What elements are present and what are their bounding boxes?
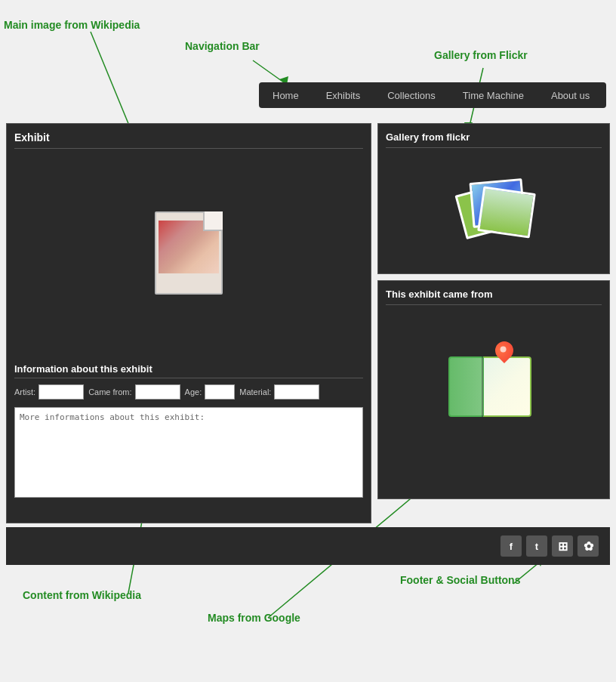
- gallery-content: [386, 154, 602, 260]
- map-title: This exhibit came from: [386, 289, 602, 305]
- age-input[interactable]: [205, 384, 235, 400]
- map-icon-container: [386, 311, 602, 447]
- flickr-button[interactable]: ✿: [578, 535, 599, 557]
- exhibit-panel: Exhibit Information about this exhibit A…: [6, 123, 371, 523]
- exhibit-document-icon: [155, 211, 223, 295]
- field-material: Material:: [239, 384, 319, 400]
- photo-card-3: [477, 186, 536, 238]
- footer: f t ⊞ ✿: [6, 527, 610, 565]
- info-fields: Artist: Came from: Age: Material:: [14, 384, 363, 400]
- twitter-button[interactable]: t: [526, 535, 547, 557]
- svg-line-2: [253, 60, 287, 85]
- nav-time-machine[interactable]: Time Machine: [449, 82, 537, 108]
- exhibit-image-area: [14, 155, 363, 351]
- artist-label: Artist:: [14, 387, 35, 397]
- annotation-content: Content from Wikipedia: [23, 589, 141, 601]
- field-came-from: Came from:: [88, 384, 180, 400]
- info-section: Information about this exhibit Artist: C…: [14, 363, 363, 501]
- gallery-title: Gallery from flickr: [386, 131, 602, 148]
- material-label: Material:: [239, 387, 271, 397]
- photo-stack-icon: [456, 173, 531, 241]
- annotation-gallery: Gallery from Flickr: [434, 49, 528, 61]
- map-pin-head: [491, 338, 517, 363]
- gallery-panel: Gallery from flickr: [377, 123, 610, 274]
- right-panels: Gallery from flickr This exhibit came fr…: [377, 123, 610, 523]
- navigation-bar: Home Exhibits Collections Time Machine A…: [259, 82, 606, 108]
- field-age: Age:: [185, 384, 236, 400]
- more-info-textarea[interactable]: More informations about this exhibit:: [14, 407, 363, 498]
- field-artist: Artist:: [14, 384, 84, 400]
- annotation-main-image: Main image from Wikipedia: [4, 19, 140, 31]
- annotation-footer: Footer & Social Buttons: [400, 574, 520, 586]
- info-title: Information about this exhibit: [14, 363, 363, 378]
- map-panel: This exhibit came from: [377, 280, 610, 499]
- came-from-label: Came from:: [88, 387, 131, 397]
- map-left: [448, 356, 485, 417]
- facebook-button[interactable]: f: [500, 535, 522, 557]
- exhibit-title: Exhibit: [14, 131, 363, 149]
- nav-home[interactable]: Home: [259, 82, 313, 108]
- map-pin-dot: [500, 347, 507, 353]
- map-icon: [448, 341, 539, 417]
- grid-button[interactable]: ⊞: [552, 535, 573, 557]
- artist-input[interactable]: [38, 384, 84, 400]
- age-label: Age:: [185, 387, 202, 397]
- annotation-maps: Maps from Google: [208, 612, 300, 624]
- nav-about[interactable]: About us: [537, 82, 603, 108]
- annotation-navbar: Navigation Bar: [185, 40, 260, 52]
- map-pin: [492, 341, 513, 360]
- nav-collections[interactable]: Collections: [374, 82, 449, 108]
- map-right: [483, 356, 531, 417]
- came-from-input[interactable]: [135, 384, 180, 400]
- exhibit-image-preview: [159, 221, 219, 273]
- material-input[interactable]: [274, 384, 319, 400]
- nav-exhibits[interactable]: Exhibits: [313, 82, 374, 108]
- main-area: Exhibit Information about this exhibit A…: [6, 123, 610, 523]
